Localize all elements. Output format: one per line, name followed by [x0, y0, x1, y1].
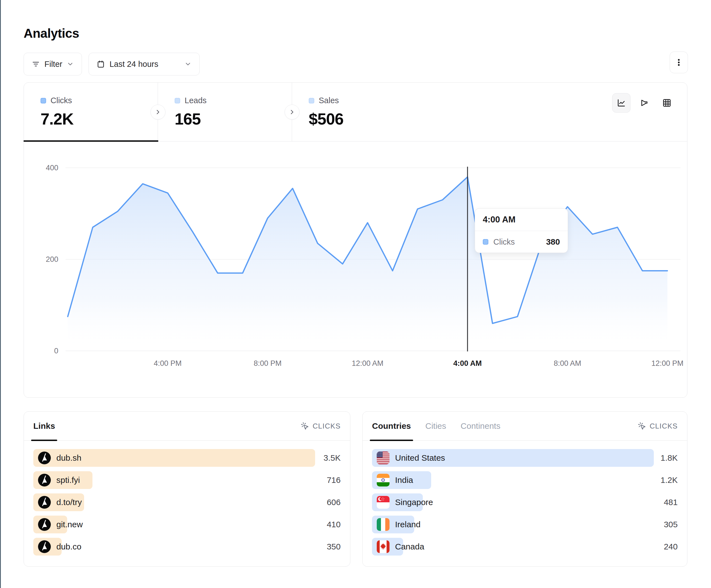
tab-links-label: Links	[33, 421, 55, 431]
metric-tabs-row: Clicks 7.2K Leads 165 Sales $506	[24, 83, 687, 141]
y-tick-label: 0	[54, 347, 58, 355]
link-row[interactable]: d.to/try606	[33, 493, 341, 511]
chevron-right-icon	[154, 109, 161, 116]
dub-logo-icon	[38, 518, 51, 531]
country-row[interactable]: India1.2K	[372, 471, 678, 489]
countries-panel: Countries Cities Continents CLICKS Unite…	[362, 411, 687, 567]
dub-logo-icon	[38, 496, 51, 509]
chevron-down-icon	[184, 61, 192, 68]
link-row[interactable]: spti.fyi716	[33, 471, 341, 489]
expand-sales-button[interactable]	[284, 105, 300, 119]
date-range-label: Last 24 hours	[109, 60, 158, 69]
tab-continents[interactable]: Continents	[460, 412, 500, 440]
filter-button[interactable]: Filter	[24, 53, 82, 75]
row-value: 240	[664, 542, 678, 551]
tab-links[interactable]: Links	[33, 412, 55, 440]
row-value: 305	[664, 520, 678, 529]
tab-clicks[interactable]: Clicks 7.2K	[24, 83, 158, 141]
row-name: United States	[395, 453, 445, 462]
ca-flag-icon	[377, 540, 389, 553]
dots-vertical-icon	[674, 58, 684, 67]
funnel-view-button[interactable]	[635, 93, 653, 113]
more-options-button[interactable]	[670, 51, 688, 73]
tooltip-value: 380	[546, 237, 560, 247]
link-row[interactable]: dub.sh3.5K	[33, 449, 341, 467]
tooltip-legend-square	[483, 239, 488, 245]
line-chart-icon	[617, 98, 626, 108]
dub-logo-icon	[38, 452, 51, 464]
row-name: dub.sh	[56, 453, 81, 462]
countries-metric-label: CLICKS	[650, 422, 678, 430]
us-flag-icon	[377, 452, 389, 464]
filter-button-label: Filter	[44, 60, 62, 69]
metric-value: 165	[175, 110, 292, 128]
filter-icon	[31, 60, 40, 68]
row-name: d.to/try	[56, 498, 82, 507]
tooltip-series-label: Clicks	[493, 238, 515, 247]
ie-flag-icon	[377, 518, 389, 531]
analytics-card: Clicks 7.2K Leads 165 Sales $506	[24, 82, 687, 398]
links-list: dub.sh3.5Kspti.fyi716d.to/try606git.new4…	[24, 441, 350, 556]
row-name: Singapore	[395, 498, 433, 507]
in-flag-icon	[377, 474, 389, 487]
row-name: India	[395, 475, 413, 485]
tab-countries[interactable]: Countries	[372, 412, 411, 440]
link-row[interactable]: dub.co350	[33, 538, 341, 556]
row-name: dub.co	[56, 542, 81, 551]
page-title: Analytics	[24, 26, 79, 41]
x-tick-label: 4:00 AM	[453, 359, 482, 368]
country-row[interactable]: Singapore481	[372, 493, 678, 511]
links-metric-header[interactable]: CLICKS	[301, 422, 341, 430]
sales-legend-square	[309, 98, 314, 104]
row-value: 1.8K	[661, 453, 678, 462]
tab-cities-label: Cities	[425, 421, 446, 431]
y-tick-label: 400	[46, 164, 58, 172]
tab-sales[interactable]: Sales $506	[292, 83, 426, 141]
metric-label: Sales	[319, 96, 339, 105]
clicks-legend-square	[41, 98, 46, 104]
metric-value: 7.2K	[41, 110, 158, 128]
countries-metric-header[interactable]: CLICKS	[638, 422, 678, 430]
country-row[interactable]: Ireland305	[372, 516, 678, 533]
calendar-icon	[96, 60, 105, 68]
links-panel: Links CLICKS dub.sh3.5Kspti.fyi716d.to/t…	[24, 411, 350, 567]
row-value: 1.2K	[661, 475, 678, 485]
tab-cities[interactable]: Cities	[425, 412, 446, 440]
row-name: Canada	[395, 542, 424, 551]
y-tick-label: 200	[46, 255, 58, 264]
row-value: 481	[664, 498, 678, 507]
x-tick-label: 8:00 AM	[554, 359, 581, 368]
cursor-click-icon	[638, 422, 646, 430]
date-range-button[interactable]: Last 24 hours	[89, 53, 200, 75]
link-row[interactable]: git.new410	[33, 516, 341, 533]
row-value: 606	[327, 498, 341, 507]
funnel-icon	[639, 98, 649, 108]
grid-icon	[662, 98, 672, 108]
chart-view-toggle	[612, 93, 676, 113]
metric-value: $506	[309, 110, 426, 128]
country-row[interactable]: United States1.8K	[372, 449, 678, 467]
tab-leads[interactable]: Leads 165	[158, 83, 292, 141]
row-value: 410	[327, 520, 341, 529]
row-name: Ireland	[395, 520, 421, 529]
dub-logo-icon	[38, 474, 51, 487]
tab-countries-label: Countries	[372, 421, 411, 431]
table-view-button[interactable]	[658, 93, 676, 113]
row-value: 3.5K	[323, 453, 341, 462]
clicks-chart[interactable]: 4002000 4:00 PM8:00 PM12:00 AM4:00 AM8:0…	[66, 167, 681, 353]
x-tick-label: 8:00 PM	[254, 359, 282, 368]
tab-continents-label: Continents	[460, 421, 500, 431]
expand-leads-button[interactable]	[150, 105, 166, 119]
metric-label: Leads	[185, 96, 207, 105]
toolbar: Filter Last 24 hours	[24, 53, 200, 75]
leads-legend-square	[175, 98, 180, 104]
line-chart-view-button[interactable]	[612, 93, 630, 113]
chart-tooltip: 4:00 AM Clicks 380	[475, 208, 568, 253]
country-row[interactable]: Canada240	[372, 538, 678, 556]
row-value: 350	[327, 542, 341, 551]
x-tick-label: 12:00 PM	[651, 359, 684, 368]
chevron-right-icon	[288, 109, 296, 116]
row-name: git.new	[56, 520, 83, 529]
tooltip-time: 4:00 AM	[475, 208, 568, 231]
x-tick-label: 12:00 AM	[352, 359, 383, 368]
